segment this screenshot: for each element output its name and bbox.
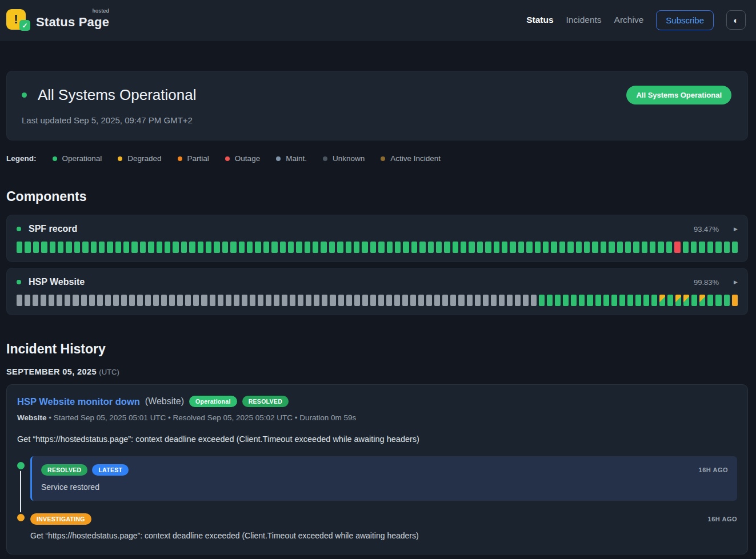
- uptime-bar: [201, 295, 207, 306]
- incident-meta-component: Website: [17, 413, 47, 422]
- uptime-bar: [271, 242, 277, 253]
- uptime-bar: [475, 295, 481, 306]
- active-incident-dot-icon: [381, 156, 385, 161]
- uptime-bar: [675, 295, 681, 306]
- legend-item-partial: Partial: [178, 154, 209, 163]
- brand-logo[interactable]: ! ✓ hosted Status Page: [6, 8, 109, 32]
- uptime-bar: [214, 242, 219, 253]
- uptime-bar: [699, 295, 705, 306]
- uptime-bar: [370, 242, 376, 253]
- legend-item-outage: Outage: [225, 154, 260, 163]
- incident-meta-details: • Started Sep 05, 2025 05:01 UTC • Resol…: [47, 413, 357, 422]
- uptime-bar: [535, 242, 541, 253]
- incident-timeline: RESOLVED LATEST 16H AGO Service restored…: [17, 456, 737, 540]
- component-header[interactable]: HSP Website 99.83% ▶: [17, 277, 738, 287]
- legend-item-label: Degraded: [127, 154, 161, 163]
- uptime-bar: [518, 242, 524, 253]
- incident-component-name: (Website): [145, 396, 184, 407]
- uptime-bar: [485, 242, 491, 253]
- overall-status-card: All Systems Operational All Systems Oper…: [6, 71, 748, 140]
- uptime-bar: [73, 295, 78, 306]
- uptime-bar: [387, 242, 393, 253]
- uptime-bar: [121, 295, 127, 306]
- uptime-bar: [458, 295, 464, 306]
- uptime-bar: [403, 242, 409, 253]
- uptime-bar: [469, 242, 474, 253]
- uptime-bar: [410, 295, 416, 306]
- partial-dot-icon: [178, 156, 182, 161]
- incident-title-link[interactable]: HSP Website monitor down: [17, 396, 140, 407]
- uptime-bar: [724, 242, 730, 253]
- uptime-bar: [411, 242, 417, 253]
- nav-link-archive[interactable]: Archive: [614, 15, 644, 25]
- uptime-bar: [442, 295, 448, 306]
- nav-link-incidents[interactable]: Incidents: [566, 15, 602, 25]
- uptime-bar: [66, 242, 71, 253]
- uptime-bar: [242, 295, 247, 306]
- legend-item-label: Unknown: [333, 154, 365, 163]
- uptime-bar: [222, 242, 228, 253]
- uptime-bar: [189, 242, 195, 253]
- legend-item-unknown: Unknown: [323, 154, 365, 163]
- expand-chevron-icon[interactable]: ▶: [734, 226, 738, 232]
- uptime-bar: [587, 295, 593, 306]
- incident-meta: Website • Started Sep 05, 2025 05:01 UTC…: [17, 413, 737, 422]
- uptime-bar: [633, 242, 639, 253]
- uptime-bar: [258, 295, 263, 306]
- uptime-bar: [651, 295, 657, 306]
- uptime-bar: [691, 295, 697, 306]
- uptime-bar: [426, 295, 432, 306]
- incident-date-timezone: (UTC): [99, 368, 119, 376]
- uptime-bar: [643, 295, 649, 306]
- uptime-bar: [436, 242, 442, 253]
- uptime-bar: [218, 295, 223, 306]
- incident-state-badge: RESOLVED: [242, 396, 289, 407]
- component-uptime: 99.83%: [694, 278, 719, 287]
- expand-chevron-icon[interactable]: ▶: [734, 279, 738, 285]
- uptime-bar: [129, 295, 135, 306]
- uptime-bar: [510, 242, 515, 253]
- uptime-bar: [563, 295, 569, 306]
- uptime-bar: [145, 295, 151, 306]
- theme-toggle-button[interactable]: ◐: [726, 10, 746, 30]
- uptime-bar: [627, 295, 633, 306]
- uptime-bar: [461, 242, 466, 253]
- uptime-bar: [494, 242, 499, 253]
- uptime-bar: [567, 242, 573, 253]
- uptime-bar: [402, 295, 408, 306]
- uptime-bars: [17, 295, 738, 306]
- nav-link-status[interactable]: Status: [526, 15, 553, 25]
- subscribe-button[interactable]: Subscribe: [656, 10, 714, 30]
- overall-status-title: All Systems Operational: [38, 86, 196, 104]
- uptime-bar: [666, 242, 672, 253]
- incident-card: HSP Website monitor down (Website) Opera…: [6, 384, 748, 554]
- uptime-bar: [434, 295, 440, 306]
- component-status-dot: [17, 280, 21, 284]
- uptime-bar: [450, 295, 456, 306]
- uptime-bar: [41, 242, 47, 253]
- latest-badge: LATEST: [92, 464, 129, 476]
- uptime-bar: [234, 295, 239, 306]
- uptime-bar: [115, 242, 121, 253]
- uptime-bar: [185, 295, 191, 306]
- uptime-bar: [453, 242, 458, 253]
- component-name: SPF record: [29, 224, 77, 234]
- uptime-bar: [288, 242, 294, 253]
- component-header[interactable]: SPF record 93.47% ▶: [17, 224, 738, 234]
- uptime-bar: [707, 242, 713, 253]
- brand-text: hosted Status Page: [36, 10, 109, 30]
- uptime-bar: [177, 295, 183, 306]
- uptime-bar: [239, 242, 245, 253]
- page-content: All Systems Operational All Systems Oper…: [0, 71, 756, 554]
- component-name: HSP Website: [29, 277, 85, 287]
- uptime-bar: [157, 242, 162, 253]
- uptime-bar: [81, 295, 87, 306]
- uptime-bar: [499, 295, 505, 306]
- uptime-bars: [17, 242, 738, 253]
- resolved-badge: RESOLVED: [41, 464, 87, 476]
- degraded-dot-icon: [118, 156, 122, 161]
- uptime-bar: [25, 295, 30, 306]
- update-timestamp: 16H AGO: [699, 466, 728, 473]
- uptime-bar: [683, 242, 689, 253]
- uptime-bar: [153, 295, 159, 306]
